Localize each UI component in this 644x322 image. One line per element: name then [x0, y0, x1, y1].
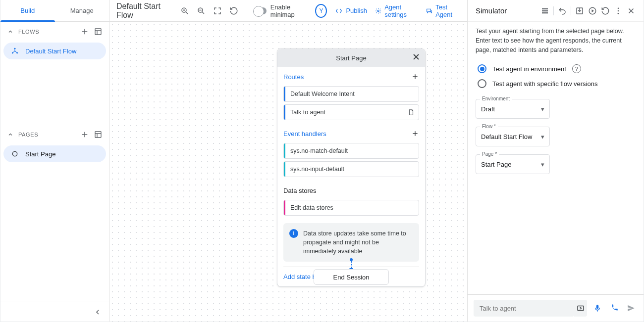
- play-button[interactable]: [586, 4, 599, 17]
- undo-button[interactable]: [556, 4, 569, 17]
- event-handler-item[interactable]: sys.no-match-default: [283, 143, 419, 159]
- environment-select[interactable]: Environment Draft ▾: [476, 99, 550, 119]
- simulator-panel: Simulator Test your agent starting from …: [467, 0, 644, 322]
- svg-rect-0: [95, 29, 101, 35]
- input-submit-icon[interactable]: [574, 300, 587, 317]
- node-header[interactable]: Start Page: [277, 49, 425, 67]
- event-handlers-section[interactable]: Event handlers: [283, 127, 419, 140]
- node-title: Start Page: [336, 54, 366, 62]
- event-handler-item[interactable]: sys.no-input-default: [283, 161, 419, 177]
- close-node-button[interactable]: [411, 52, 421, 62]
- svg-rect-4: [95, 132, 101, 138]
- sidebar-tabs: Build Manage: [0, 0, 109, 22]
- dropdown-caret-icon: ▾: [541, 105, 544, 113]
- dropdown-caret-icon: ▾: [541, 133, 544, 140]
- svg-point-5: [12, 151, 17, 156]
- microphone-icon[interactable]: [591, 304, 604, 313]
- help-icon[interactable]: ?: [572, 64, 581, 73]
- pages-section-header: PAGES: [0, 125, 109, 144]
- page-item-start[interactable]: Start Page: [3, 145, 106, 162]
- chevron-up-icon[interactable]: [7, 132, 13, 138]
- zoom-out-button[interactable]: [196, 4, 207, 17]
- svg-rect-17: [578, 306, 584, 311]
- page-select[interactable]: Page * Start Page ▾: [476, 154, 550, 174]
- svg-rect-10: [542, 10, 548, 11]
- svg-point-1: [14, 48, 16, 49]
- simulator-title: Simulator: [476, 6, 538, 15]
- svg-point-15: [618, 10, 619, 11]
- route-item[interactable]: Talk to agent: [283, 104, 419, 120]
- test-agent-button[interactable]: Test Agent: [426, 3, 460, 18]
- flow-item-label: Default Start Flow: [25, 47, 76, 55]
- svg-rect-18: [596, 305, 599, 309]
- toggle-switch-icon[interactable]: [254, 7, 266, 14]
- svg-point-16: [618, 12, 619, 14]
- call-icon[interactable]: [608, 304, 621, 313]
- view-mode-button[interactable]: [538, 4, 551, 17]
- add-route-button[interactable]: [411, 73, 419, 81]
- more-options-button[interactable]: [612, 4, 625, 17]
- tab-build[interactable]: Build: [0, 0, 55, 21]
- simulator-input[interactable]: [474, 300, 574, 317]
- close-simulator-button[interactable]: [625, 4, 638, 17]
- dropdown-caret-icon: ▾: [541, 161, 544, 168]
- page-start-icon: [10, 150, 19, 157]
- simulator-header: Simulator: [468, 0, 644, 22]
- data-store-info: i Data store updates take some time to p…: [283, 223, 419, 262]
- radio-test-environment[interactable]: Test agent in environment ?: [478, 61, 636, 76]
- svg-rect-9: [542, 8, 548, 9]
- publish-button[interactable]: Publish: [335, 7, 367, 15]
- page-icon: [408, 109, 415, 116]
- add-flow-button[interactable]: [80, 27, 89, 36]
- end-session-node[interactable]: End Session: [314, 269, 389, 285]
- minimap-label: Enable minimap: [270, 3, 311, 18]
- radio-icon: [478, 64, 486, 73]
- route-item[interactable]: Default Welcome Intent: [283, 86, 419, 102]
- pages-label: PAGES: [18, 132, 38, 138]
- datastores-section: Data stores: [283, 184, 419, 197]
- svg-rect-11: [542, 12, 548, 13]
- reset-simulator-button[interactable]: [599, 4, 612, 17]
- fit-view-button[interactable]: [212, 4, 223, 17]
- minimap-toggle[interactable]: Enable minimap: [254, 3, 310, 18]
- sidebar: Build Manage FLOWS Default Start Flow: [0, 0, 109, 322]
- tab-manage[interactable]: Manage: [55, 0, 109, 21]
- flows-layout-button[interactable]: [94, 28, 102, 36]
- pages-layout-button[interactable]: [94, 131, 102, 138]
- routes-section[interactable]: Routes: [283, 70, 419, 84]
- radio-icon: [478, 79, 486, 88]
- flows-label: FLOWS: [18, 29, 39, 35]
- add-page-button[interactable]: [80, 130, 89, 139]
- start-page-node[interactable]: Start Page Routes Default Welcome Intent: [277, 48, 426, 287]
- flows-section-header: FLOWS: [0, 22, 109, 42]
- radio-test-flow-versions[interactable]: Test agent with specific flow versions: [478, 76, 636, 91]
- simulator-input-row: [468, 294, 644, 322]
- info-icon: i: [289, 229, 298, 238]
- main-canvas-area: Default Start Flow Enable minimap Y Publ…: [109, 0, 467, 322]
- svg-point-8: [377, 10, 379, 11]
- avatar[interactable]: Y: [315, 4, 327, 18]
- chevron-up-icon[interactable]: [7, 29, 13, 35]
- canvas-toolbar: Default Start Flow Enable minimap Y Publ…: [109, 0, 467, 22]
- zoom-in-button[interactable]: [179, 4, 191, 17]
- flow-item-default[interactable]: Default Start Flow: [3, 43, 106, 59]
- svg-point-14: [618, 7, 619, 9]
- download-button[interactable]: [573, 4, 586, 17]
- flow-title: Default Start Flow: [116, 2, 171, 20]
- simulator-description: Test your agent starting from the select…: [468, 22, 644, 59]
- collapse-sidebar-button[interactable]: [91, 306, 104, 319]
- page-item-label: Start Page: [25, 150, 55, 158]
- agent-settings-button[interactable]: Agent settings: [375, 3, 418, 18]
- flow-select[interactable]: Flow * Default Start Flow ▾: [476, 127, 550, 146]
- edit-data-stores-item[interactable]: Edit data stores: [283, 200, 419, 216]
- flow-icon: [10, 47, 19, 55]
- add-event-handler-button[interactable]: [411, 130, 419, 138]
- flow-canvas[interactable]: Start Page Routes Default Welcome Intent: [109, 22, 467, 322]
- reset-view-button[interactable]: [228, 4, 239, 17]
- send-icon[interactable]: [625, 304, 638, 313]
